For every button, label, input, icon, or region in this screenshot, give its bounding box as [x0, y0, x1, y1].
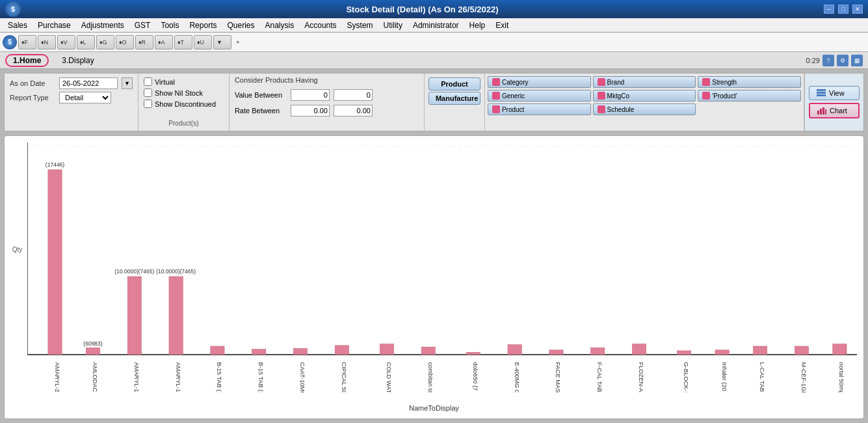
tab-home[interactable]: 1.Home	[5, 54, 49, 67]
toolbar-btn-pu[interactable]: ♦U	[194, 35, 212, 49]
svg-rect-24	[549, 350, 563, 355]
svg-text:(17446): (17446)	[46, 161, 64, 168]
toolbar-btn-pr[interactable]: ♦R	[135, 35, 153, 49]
view-chart-section: View Chart	[804, 74, 863, 131]
toolbar-btn-pl[interactable]: ♦L	[77, 35, 95, 49]
menu-administrator[interactable]: Administrator	[408, 20, 464, 31]
menu-queries[interactable]: Queries	[222, 20, 259, 31]
rate-from-input[interactable]	[291, 105, 330, 116]
show-nil-stock-row[interactable]: Show Nil Stock	[144, 89, 224, 97]
svg-rect-22	[466, 352, 480, 354]
filter-mktgco-btn[interactable]: MktgCo	[593, 90, 696, 102]
filter-product-quote-btn[interactable]: 'Product'	[698, 90, 801, 102]
chart-button[interactable]: Chart	[809, 103, 860, 118]
svg-text:G-BLOCK-10 (2 Pcs): G-BLOCK-10 (2 Pcs)	[683, 362, 689, 392]
menu-analysis[interactable]: Analysis	[260, 20, 300, 31]
menu-adjustments[interactable]: Adjustments	[76, 20, 129, 31]
rate-between-label: Rate Between	[235, 107, 287, 115]
filter-product-quote-icon	[702, 92, 710, 100]
window-title: Stock Detail (Detail) (As On 26/5/2022)	[346, 5, 498, 14]
menu-tools[interactable]: Tools	[155, 20, 184, 31]
menu-help[interactable]: Help	[464, 20, 491, 31]
toolbar-btn-pv[interactable]: ♦V	[57, 35, 75, 49]
chart-x-axis-label: NameToDisplay	[409, 404, 459, 412]
value-from-input[interactable]	[291, 89, 330, 101]
report-type-select[interactable]: Detail	[59, 92, 111, 103]
svg-text:COLD WATER BAG 50 (50 BOTTLE): COLD WATER BAG 50 (50 BOTTLE)	[386, 362, 392, 392]
view-button[interactable]: View	[809, 86, 860, 100]
as-on-date-input[interactable]	[59, 77, 118, 89]
filter-brand-btn[interactable]: Brand	[593, 76, 696, 88]
as-on-date-row: As on Date ▼	[10, 77, 133, 89]
settings-icon-btn[interactable]: ⚙	[837, 55, 848, 66]
filter-strength-btn[interactable]: Strength	[698, 76, 801, 88]
chart-icon	[817, 106, 827, 115]
menu-utility[interactable]: Utility	[378, 20, 408, 31]
svg-text:L-CAL TAB (2 Pack): L-CAL TAB (2 Pack)	[759, 362, 765, 392]
minimize-button[interactable]: ─	[824, 5, 834, 14]
filter-category-btn[interactable]: Category	[488, 76, 591, 88]
menu-gst[interactable]: GST	[129, 20, 156, 31]
svg-text:FLOZEN-AA TAB(6.0000 TAB * 6.0: FLOZEN-AA TAB(6.0000 TAB * 6.0000)(FIDA8…	[638, 362, 644, 392]
svg-rect-23	[508, 345, 521, 355]
svg-rect-12	[48, 170, 62, 355]
filter-schedule-btn[interactable]: Schedule	[593, 103, 696, 115]
products-label: Product(s)	[144, 117, 224, 127]
grid-icon-btn[interactable]: ▦	[851, 55, 863, 66]
menu-system[interactable]: System	[342, 20, 378, 31]
show-discontinued-row[interactable]: Show Discontinued	[144, 100, 224, 108]
svg-rect-21	[421, 347, 435, 355]
toolbar-btn-pf[interactable]: ♦F	[18, 35, 36, 49]
show-discontinued-checkbox[interactable]	[144, 100, 152, 108]
chart-y-axis-label: Qty	[12, 245, 23, 252]
date-picker-btn[interactable]: ▼	[122, 77, 133, 89]
menu-sales[interactable]: Sales	[3, 20, 33, 31]
toolbar-btn-pg[interactable]: ♦G	[96, 35, 114, 49]
filter-panel: As on Date ▼ Report Type Detail Virtual …	[4, 73, 864, 131]
show-nil-stock-checkbox[interactable]	[144, 89, 152, 97]
menu-purchase[interactable]: Purchase	[33, 20, 76, 31]
restore-button[interactable]: □	[838, 5, 848, 14]
product-button[interactable]: Product	[428, 77, 480, 90]
svg-text:(10.0000)(7465): (10.0000)(7465)	[156, 268, 196, 275]
toolbar-buttons: ♦F ♦N ♦V ♦L ♦G ♦O ♦R ♦A ♦T ♦U ▼ ✦	[18, 35, 241, 49]
manufacture-button[interactable]: Manufacture	[428, 92, 480, 105]
toolbar-btn-pa[interactable]: ♦A	[155, 35, 173, 49]
filter-tags-section: Category Brand Strength Generic MktgCo '…	[485, 74, 804, 131]
chart-container: Qty 0 20000	[4, 135, 864, 419]
svg-rect-5	[822, 107, 824, 115]
toolbar: $ ♦F ♦N ♦V ♦L ♦G ♦O ♦R ♦A ♦T ♦U ▼ ✦	[0, 33, 868, 52]
svg-rect-3	[817, 111, 819, 115]
toolbar-btn-po[interactable]: ♦O	[116, 35, 134, 49]
filter-generic-btn[interactable]: Generic	[488, 90, 591, 102]
svg-text:F-CAL TAB (4 Pack): F-CAL TAB (4 Pack)	[596, 362, 603, 392]
main-content: As on Date ▼ Report Type Detail Virtual …	[0, 69, 868, 423]
toolbar-btn-pt[interactable]: ♦T	[174, 35, 192, 49]
svg-rect-30	[795, 346, 808, 355]
close-button[interactable]: ✕	[852, 5, 863, 14]
svg-text:AMARYL-1MG TAB 10 TAB(10.0000 : AMARYL-1MG TAB 10 TAB(10.0000 TAB * 10.0…	[133, 362, 140, 392]
svg-rect-14	[127, 277, 141, 355]
value-between-row: Value Between	[235, 89, 419, 101]
svg-text:combitan tab 30 (30 Pcs): combitan tab 30 (30 Pcs)	[427, 362, 434, 392]
svg-text:dolo650 (7 Pcs): dolo650 (7 Pcs)	[472, 362, 479, 392]
rate-to-input[interactable]	[334, 105, 373, 116]
svg-rect-15	[169, 277, 183, 355]
menu-accounts[interactable]: Accounts	[299, 20, 341, 31]
toolbar-btn-pn[interactable]: ♦N	[38, 35, 56, 49]
svg-text:B-15 TAB (100 Pcs): B-15 TAB (100 Pcs)	[217, 362, 223, 392]
menu-exit[interactable]: Exit	[490, 20, 514, 31]
menu-reports[interactable]: Reports	[184, 20, 222, 31]
value-between-label: Value Between	[235, 91, 287, 99]
svg-rect-4	[820, 109, 822, 115]
svg-text:(60983): (60983)	[83, 340, 102, 347]
virtual-checkbox[interactable]	[144, 77, 152, 86]
app-logo: $	[5, 1, 21, 17]
tab-display[interactable]: 3.Display	[54, 54, 101, 67]
virtual-checkbox-row[interactable]: Virtual	[144, 77, 224, 86]
value-to-input[interactable]	[334, 89, 373, 101]
filter-product-btn[interactable]: Product	[488, 103, 591, 115]
help-icon-btn[interactable]: ?	[822, 55, 834, 66]
toolbar-dropdown[interactable]: ▼	[213, 35, 231, 49]
menu-bar: Sales Purchase Adjustments GST Tools Rep…	[0, 18, 868, 33]
